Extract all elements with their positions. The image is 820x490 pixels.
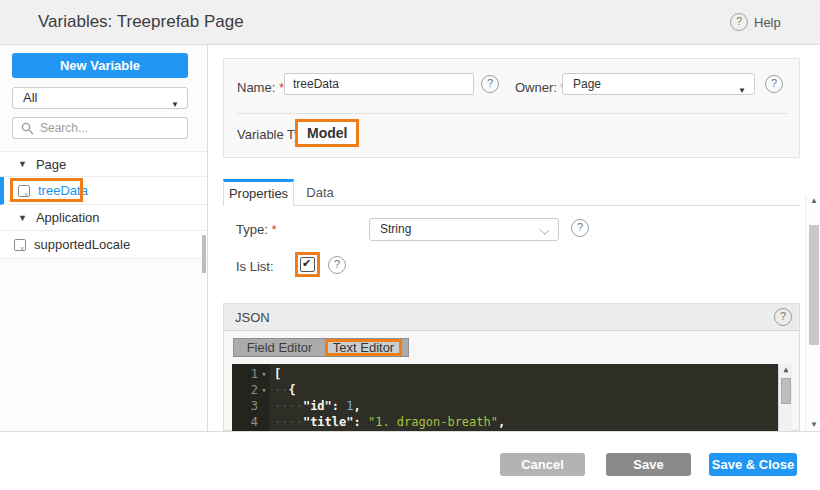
variable-detail-panel: Name: * treeData ? Owner: * Page ▼ ? Var… [207, 45, 820, 431]
json-help-icon[interactable]: ? [774, 308, 792, 326]
collapse-triangle-icon[interactable]: ▼ [18, 159, 27, 169]
save-button[interactable]: Save [606, 453, 691, 476]
variable-filter-dropdown[interactable]: All ▼ [12, 87, 188, 109]
code-line: 2▾··{ [232, 382, 792, 398]
editor-code-lines: 1▾[2▾··{3····"id": 1,4····"title": "1. d… [232, 366, 792, 430]
owner-value: Page [573, 77, 601, 91]
json-section-header: JSON ? [224, 304, 799, 331]
name-label: Name: * [237, 80, 284, 95]
collapse-triangle-icon[interactable]: ▼ [18, 213, 27, 223]
content-scrollbar[interactable]: ▲ ▼ [805, 195, 820, 431]
editor-scrollbar-thumb[interactable] [781, 378, 791, 404]
name-help-icon[interactable]: ? [481, 75, 499, 93]
new-variable-button[interactable]: New Variable [12, 53, 188, 78]
tab-properties[interactable]: Properties [223, 179, 294, 206]
annotation-box-checkbox [295, 252, 320, 277]
text-editor-button-annotated[interactable]: Text Editor [325, 339, 402, 356]
model-variable-icon [14, 239, 26, 251]
is-list-help-icon[interactable]: ? [328, 256, 346, 274]
is-list-label: Is List: [236, 259, 274, 274]
tree-item-treedata[interactable]: treeData [0, 177, 207, 205]
dialog-footer: Cancel Save Save & Close [0, 431, 820, 490]
json-section-title: JSON [235, 310, 270, 325]
owner-help-icon[interactable]: ? [765, 75, 783, 93]
divider [237, 113, 788, 114]
scroll-up-icon[interactable]: ▲ [779, 364, 792, 376]
owner-label: Owner: * [515, 80, 566, 95]
help-label: Help [754, 15, 781, 30]
chevron-down-icon [540, 226, 548, 234]
tree-group-application[interactable]: ▼ Application [0, 205, 207, 231]
search-input[interactable]: Search... [12, 117, 188, 139]
sidebar-scrollbar-thumb[interactable] [202, 235, 206, 273]
name-input[interactable]: treeData [284, 73, 474, 95]
content-scrollbar-thumb[interactable] [809, 225, 819, 345]
required-asterisk: * [271, 222, 276, 237]
variable-type-value-annotated: Model [295, 119, 359, 147]
tree-item-label: treeData [38, 183, 88, 198]
tree-item-label: supportedLocale [34, 237, 130, 252]
search-placeholder: Search... [40, 121, 88, 135]
search-icon [21, 122, 34, 135]
editor-scrollbar[interactable]: ▲ [778, 364, 792, 431]
code-line: 4····"title": "1. dragon-breath", [232, 414, 792, 430]
fold-arrow-icon[interactable]: ▾ [258, 382, 270, 398]
tree-group-label: Application [36, 210, 100, 225]
tree-item-supportedlocale[interactable]: supportedLocale [0, 231, 207, 259]
tree-group-page[interactable]: ▼ Page [0, 151, 207, 177]
help-question-icon: ? [730, 13, 748, 31]
fold-arrow-icon[interactable]: ▾ [258, 366, 270, 382]
variable-summary-panel: Name: * treeData ? Owner: * Page ▼ ? Var… [223, 58, 800, 158]
editor-mode-toggle: Field Editor Text Editor [233, 338, 409, 357]
json-code-editor[interactable]: 1▾[2▾··{3····"id": 1,4····"title": "1. d… [232, 364, 792, 431]
tab-data[interactable]: Data [294, 179, 346, 206]
chevron-down-icon: ▼ [171, 95, 179, 115]
type-value: String [380, 222, 411, 236]
code-line: 3····"id": 1, [232, 398, 792, 414]
field-editor-button[interactable]: Field Editor [234, 339, 325, 356]
page-title: Variables: Treeprefab Page [38, 12, 244, 32]
tab-bar: Properties Data [223, 179, 800, 206]
type-label: Type: * [236, 222, 276, 237]
owner-dropdown[interactable]: Page ▼ [562, 73, 755, 95]
scroll-up-icon[interactable]: ▲ [806, 195, 820, 207]
is-list-checkbox[interactable] [300, 257, 315, 272]
scroll-down-icon[interactable]: ▼ [806, 419, 820, 431]
fold-spacer [258, 398, 270, 414]
type-dropdown[interactable]: String [369, 218, 559, 241]
variable-filter-value: All [23, 90, 37, 105]
save-and-close-button[interactable]: Save & Close [709, 453, 797, 476]
tree-group-label: Page [36, 157, 66, 172]
chevron-down-icon: ▼ [738, 81, 746, 101]
variables-sidebar: New Variable All ▼ Search... ▼ Page tree… [0, 45, 207, 431]
dialog-header: Variables: Treeprefab Page ? Help [0, 0, 820, 45]
code-line: 1▾[ [232, 366, 792, 382]
json-section: JSON ? Field Editor Text Editor 1▾[2▾··{… [223, 303, 800, 431]
help-button[interactable]: ? Help [730, 13, 781, 31]
model-variable-icon [18, 185, 30, 197]
fold-spacer [258, 414, 270, 430]
cancel-button[interactable]: Cancel [500, 453, 585, 476]
type-help-icon[interactable]: ? [571, 219, 589, 237]
